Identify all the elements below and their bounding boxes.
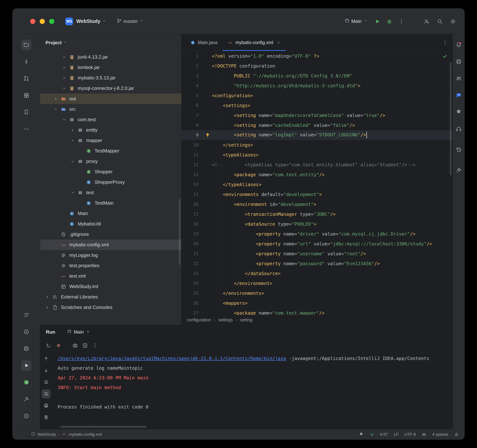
import-results-button[interactable]	[81, 341, 89, 350]
project-scrollbar[interactable]	[179, 199, 180, 265]
line-number[interactable]: 1	[181, 54, 203, 58]
indent-style[interactable]: 4 spaces	[432, 432, 448, 437]
collaboration-tool-button[interactable]	[453, 124, 464, 134]
zoom-window-button[interactable]	[49, 19, 54, 24]
line-number[interactable]: 19	[181, 231, 203, 236]
intention-bulb-icon[interactable]	[203, 132, 212, 138]
code-line-5[interactable]: 5<configuration>	[181, 91, 453, 100]
chevron-right-icon[interactable]	[43, 293, 51, 301]
code-line-23[interactable]: 23 </dataSource>	[181, 268, 453, 278]
code-line-11[interactable]: 11 <typeAliases>	[181, 150, 453, 160]
close-icon[interactable]	[86, 329, 90, 335]
close-tab-button[interactable]	[277, 41, 280, 45]
settings-button[interactable]	[448, 17, 458, 26]
tree-item-main[interactable]: CMain	[40, 208, 181, 219]
chevron-right-icon[interactable]	[52, 95, 60, 103]
code-line-4[interactable]: 4 "http://mybatis.org/dtd/mybatis-3-conf…	[181, 81, 453, 91]
code-line-10[interactable]: 10 </settings>	[181, 140, 453, 150]
code-line-14[interactable]: 14 </typeAliases>	[181, 180, 453, 189]
line-number[interactable]: 4	[181, 83, 203, 88]
pull-requests-tool-button[interactable]	[21, 73, 31, 84]
search-everywhere-button[interactable]	[435, 17, 445, 26]
plugin-status-icon[interactable]	[370, 432, 374, 437]
status-project-name[interactable]: WebStudy	[37, 432, 56, 437]
code-line-21[interactable]: 21 <property name="username" value="root…	[181, 249, 453, 259]
tree-item-entity[interactable]: entity	[40, 125, 181, 135]
clear-console-button[interactable]	[42, 413, 50, 422]
status-file-name[interactable]: mybatis-config.xml	[69, 432, 102, 437]
code-line-2[interactable]: 2<!DOCTYPE configuration	[181, 61, 453, 71]
branch-widget[interactable]: master	[117, 18, 144, 25]
line-number[interactable]: 8	[181, 123, 203, 127]
code-line-18[interactable]: 18 <dataSource type="POOLED">	[181, 219, 453, 229]
soft-wrap-button[interactable]	[42, 389, 50, 398]
scroll-to-bottom-button[interactable]	[42, 366, 50, 375]
line-number[interactable]: 24	[181, 281, 203, 286]
code-line-19[interactable]: 19 <property name="driver" value="com.my…	[181, 229, 453, 239]
notifications-button[interactable]	[453, 40, 464, 50]
history-tool-button[interactable]	[453, 144, 464, 155]
inspection-ok-icon[interactable]	[442, 53, 448, 60]
line-number[interactable]: 7	[181, 113, 203, 118]
breadcrumb-item-settings[interactable]: settings	[218, 318, 233, 322]
code-line-22[interactable]: 22 <property name="password" value="Eve1…	[181, 259, 453, 268]
code-editor[interactable]: 1<?xml version="1.0" encoding="UTF-8" ?>…	[181, 51, 453, 315]
minimize-window-button[interactable]	[40, 19, 45, 24]
chevron-right-icon[interactable]	[60, 64, 68, 72]
breadcrumb-item-configuration[interactable]: configuration	[187, 318, 211, 322]
tree-item-out[interactable]: out	[40, 94, 181, 104]
chevron-right-icon[interactable]	[60, 84, 68, 92]
line-number[interactable]: 5	[181, 93, 203, 98]
code-line-6[interactable]: 6 <settings>	[181, 100, 453, 110]
line-number[interactable]: 6	[181, 103, 203, 108]
chevron-right-icon[interactable]	[60, 74, 68, 82]
structure-tool-button[interactable]	[21, 90, 31, 100]
chevron-right-icon[interactable]	[43, 303, 51, 311]
code-line-16[interactable]: 16 <environment id="development">	[181, 199, 453, 209]
tree-item-text-xml[interactable]: </>text.xml	[40, 271, 181, 281]
more-tool-windows-button[interactable]	[21, 124, 31, 134]
line-number[interactable]: 22	[181, 261, 203, 266]
run-tool-button[interactable]	[21, 360, 31, 371]
tree-item-mysql-connector-j-8-2-0-jar[interactable]: mysql-connector-j-8.2.0.jar	[40, 83, 181, 94]
tree-item-mapper[interactable]: mapper	[40, 135, 181, 146]
todo-tool-button[interactable]	[21, 310, 31, 320]
line-number[interactable]: 3	[181, 73, 203, 78]
line-number[interactable]: 25	[181, 291, 203, 296]
line-number[interactable]: 16	[181, 202, 203, 207]
tree-item-test[interactable]: test	[40, 188, 181, 198]
line-number[interactable]: 10	[181, 143, 203, 147]
print-console-button[interactable]	[42, 401, 50, 410]
editor-scrollbar[interactable]	[450, 62, 452, 176]
tree-item-shopper[interactable]: IShopper	[40, 167, 181, 177]
scroll-to-top-button[interactable]	[42, 354, 50, 363]
ai-actions-button[interactable]	[453, 165, 464, 175]
line-number[interactable]: 26	[181, 301, 203, 305]
tree-item-testmapper[interactable]: ITestMapper	[40, 146, 181, 156]
line-number[interactable]: 18	[181, 222, 203, 226]
code-line-1[interactable]: 1<?xml version="1.0" encoding="UTF-8" ?>	[181, 51, 453, 61]
file-encoding[interactable]: UTF-8	[404, 432, 416, 437]
project-panel-header[interactable]: Project	[40, 34, 181, 51]
tree-item-src[interactable]: src	[40, 104, 181, 114]
line-number[interactable]: 14	[181, 182, 203, 187]
console-more-button[interactable]	[91, 341, 99, 350]
readonly-toggle[interactable]	[454, 432, 459, 437]
code-line-26[interactable]: 26 <mappers>	[181, 298, 453, 308]
tree-item-scratches-and-consoles[interactable]: Scratches and Consoles	[40, 302, 181, 313]
tree-item-testmain[interactable]: CTestMain	[40, 198, 181, 208]
build-tool-button[interactable]	[21, 394, 31, 404]
ai-assistant-tool-button[interactable]	[453, 73, 464, 84]
line-number[interactable]: 9	[181, 133, 203, 137]
run-configuration-selector[interactable]: Main	[344, 18, 368, 24]
console-path-link[interactable]: /Users/eve/Library/Java/JavaVirtualMachi…	[58, 356, 286, 361]
chat-tool-button[interactable]	[453, 90, 464, 100]
line-number[interactable]: 2	[181, 64, 203, 68]
line-number[interactable]: 23	[181, 271, 203, 276]
line-number[interactable]: 11	[181, 152, 203, 157]
tree-item-mybatis-config-xml[interactable]: </>mybatis-config.xml	[40, 240, 181, 250]
rerun-button[interactable]	[44, 341, 53, 350]
tree-item-mybatisutil[interactable]: CMybatisUtil	[40, 219, 181, 229]
problems-tool-button[interactable]	[21, 327, 31, 337]
project-widget[interactable]: WebStudy	[76, 18, 106, 24]
